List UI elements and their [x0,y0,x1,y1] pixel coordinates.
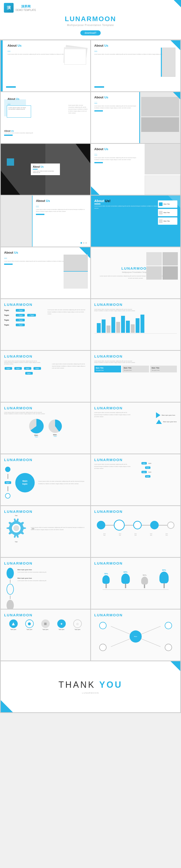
tab-1[interactable]: Main Title Text goes here [95,366,121,372]
gear-label-top: Topic [15,515,18,516]
circle-icon-3 [41,619,50,628]
slide-about-2: About Us —— Lorem ipsum dolor sit amet c… [91,40,181,91]
l2-12: MOON [109,303,123,307]
slide-text-arrows2: LUNARMOON Lorem ipsum dolor sit amet con… [91,454,181,505]
trunk-4 [164,583,165,588]
vert-7 [32,195,33,247]
tr4-tag: topic [145,475,151,477]
right-text-3: Lorem ipsum dolor sit amet consectetur a… [68,104,88,114]
tr3-tag: topic [141,471,147,473]
slide-lunar-1: LUNARMOON Multipurpose Presentation Temp… [91,247,181,298]
about-text-7: Lorem ipsum dolor sit amet consectetur a… [36,209,86,212]
card-8-2: Main Title [158,209,177,216]
slide-gear: LUNARMOON Topic Topic Topic Topic Lorem … [1,506,90,557]
bar-7 [126,321,130,333]
gear-svg [4,516,28,540]
tab-label-2: Main Title [124,367,147,369]
tr2-tag: topic [145,466,151,469]
topic-row-3: Topic • Topic [4,318,87,322]
blue-bar-2 [95,86,104,88]
trunk-2 [125,584,126,588]
lunar-sub-10: Multipurpose Presentation Template [122,271,149,273]
lc-line [7,474,8,479]
gray-bot-right [145,176,180,195]
blue-sq-5 [7,158,14,166]
lunar-title-17: LUNARMOON [4,458,87,462]
l1-18: LUNAR [95,458,110,462]
tab-label-3: Main Title [152,367,175,369]
l2-24: MOON [109,613,123,617]
pie-chart-2 [48,420,62,433]
icon-group-5: ◎ Topic goes [71,619,84,630]
thank-sub: LUNARMOON [82,692,99,694]
about-text-4: Lorem ipsum dolor sit amet consectetur a… [95,105,137,109]
l2-23: MOON [20,613,33,617]
about-title-4: About Us [95,95,137,99]
slide-topics-1: LUNARMOON Topic • Topic Topic • Topic • … [1,299,90,350]
main-topic-text: Lorem ipsum dolor sit amet consectetur a… [38,480,87,485]
tabs-text: Lorem ipsum dolor sit amet consectetur a… [95,360,136,363]
about-subtitle-2: —— [95,50,97,52]
l1-24: LUNAR [95,613,110,617]
icon-group-2: Topic goes [23,619,36,630]
ground-line [103,589,169,590]
arrows2-text: Lorem ipsum dolor sit amet consectetur a… [95,463,132,470]
pct-2: 60% [123,571,128,573]
icon-label-5: Topic goes [74,629,80,630]
tree-icon-4 [159,571,169,588]
cards-8: Main Title Main Title Main Title [158,200,177,225]
card-bar [33,169,38,169]
slide-main-topic: LUNARMOON topic Maintopic Lorem ipsum do… [1,454,90,505]
blue-bar-3 [4,134,13,136]
gear-text: Lorem ipsum dolor sit amet consectetur a… [31,526,87,531]
ttag-1: topic [5,367,12,370]
slide-connected: LUNARMOON Main [91,610,181,660]
tab-2[interactable]: Main Title Text goes here [122,366,149,372]
cl1: YourText [103,533,106,536]
info-box-3: Lorem ipsum dolor sit amet consectetur a… [7,105,31,118]
lunar-title-13: LUNARMOON [4,354,87,358]
circle-icon-4: ★ [57,619,66,628]
title-part2: MOON [92,15,116,23]
ttag-4: topic [34,367,41,370]
circle-icon-5: ◎ [73,619,82,628]
oval-col-1 [6,568,14,609]
ttag-2: topic [14,367,22,370]
ttag-5: topic [25,372,33,375]
thank-part2: YOU [99,680,122,690]
arrow-1 [156,412,160,418]
l2-15: MOON [20,406,33,410]
gear-container: Topic Topic Topic Topic [4,516,28,541]
icon-label-1: Topic goes [10,629,16,630]
lunar-title-12: LUNARMOON [95,303,177,307]
about-text-3b: Lorem ipsum dolor sit amet consectetur a… [4,132,33,134]
slide-circles: LUNARMOON YourText YourText YourText You… [91,506,181,557]
thank-corner-bl [1,700,13,712]
nav-dots [80,242,87,244]
tag-3: • Topic [16,319,25,321]
blue-bar-9 [4,264,13,265]
slide-about-6: About Us —— Lorem ipsum dolor sit amet c… [91,144,181,195]
pie-chart-1 [29,419,44,433]
c5 [167,522,175,529]
bar-2 [102,319,106,333]
lunar-1: LUNAR [121,266,137,270]
card-text: Lorem ipsum dolor sit amet consectetur a… [33,170,58,173]
tr4: Topic • Topic [4,323,87,327]
about-title-7: About Us [36,199,86,203]
arrows-diagram: Main topic goes here Main topic goes her… [156,412,177,424]
slide-about-7: About Us —— Lorem ipsum dolor sit amet c… [1,195,90,247]
icon-group-1: Topic goes [7,619,20,630]
download-button[interactable]: download!! [80,30,101,35]
cl3: YourText [135,533,137,536]
lunar-title-22: LUNARMOON [95,561,177,565]
l2-21: MOON [20,561,33,565]
l1-13: LUNAR [4,354,20,358]
oval-chain: Main topic goes here Lorem ipsum dolor s… [4,568,87,609]
oval-v1 [10,579,10,583]
icon-group-4: ★ Topic goes [55,619,68,630]
about-subtitle-7: —— [36,205,39,207]
tab-3[interactable]: Main Title Text goes here [150,366,177,372]
bar-9 [136,318,140,333]
slides-grid: About Us —— Lorem ipsum dolor sit amet c… [0,40,181,713]
